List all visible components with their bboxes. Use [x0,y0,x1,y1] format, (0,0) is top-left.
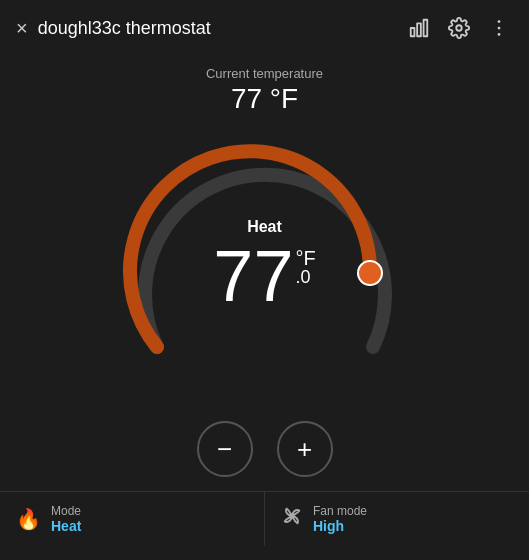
bottom-tiles: 🔥 Mode Heat Fan mode High [0,491,529,546]
temperature-controls: − + [0,421,529,477]
fan-mode-tile-text: Fan mode High [313,504,367,534]
svg-point-5 [498,27,501,30]
increase-temp-button[interactable]: + [277,421,333,477]
svg-point-3 [456,25,462,31]
mode-value: Heat [51,518,81,534]
header-icons [405,14,513,42]
close-icon[interactable]: × [16,17,28,40]
svg-rect-1 [417,23,421,36]
decrease-temp-button[interactable]: − [197,421,253,477]
dial-mode-label: Heat [213,218,315,236]
fan-icon [281,505,303,533]
dial-temp-main: 77 [213,240,293,312]
settings-icon[interactable] [445,14,473,42]
current-temp-label: Current temperature [0,66,529,81]
svg-point-6 [498,33,501,36]
dial-temp-sup: °F .0 [295,248,315,286]
dial-temp-unit: °F [295,248,315,268]
mode-label: Mode [51,504,81,518]
svg-rect-2 [424,20,428,37]
dial-center: Heat 77 °F .0 [213,218,315,312]
mode-tile-text: Mode Heat [51,504,81,534]
dial-temp-decimal: .0 [295,268,310,286]
chart-icon[interactable] [405,14,433,42]
current-temp-value: 77 °F [0,83,529,115]
header: × doughl33c thermostat [0,0,529,56]
flame-icon: 🔥 [16,507,41,531]
dial-temp-display: 77 °F .0 [213,240,315,312]
fan-mode-value: High [313,518,367,534]
svg-point-7 [358,261,382,285]
thermostat-dial: Heat 77 °F .0 [105,125,425,405]
fan-mode-label: Fan mode [313,504,367,518]
svg-point-4 [498,20,501,23]
page-title: doughl33c thermostat [38,18,395,39]
more-options-icon[interactable] [485,14,513,42]
current-temp-section: Current temperature 77 °F [0,66,529,115]
fan-mode-tile[interactable]: Fan mode High [265,492,529,546]
svg-rect-0 [411,28,415,36]
mode-tile[interactable]: 🔥 Mode Heat [0,492,265,546]
